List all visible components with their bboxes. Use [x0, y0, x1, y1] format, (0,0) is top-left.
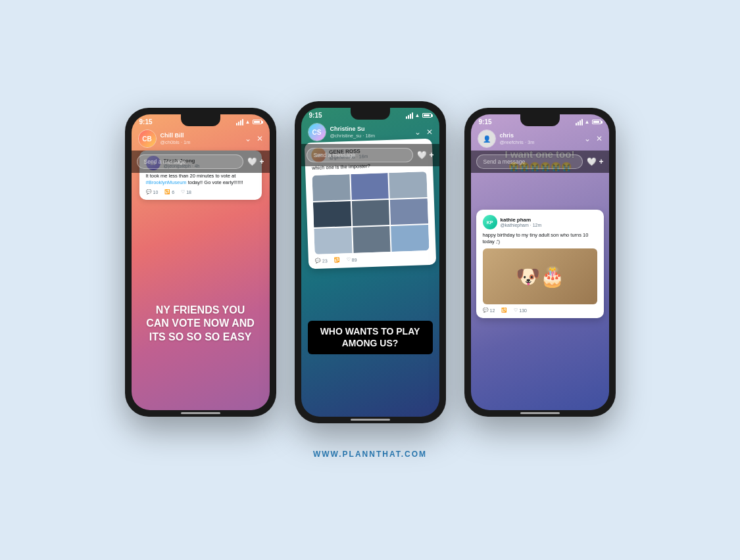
wifi-icon-3: ▲ [585, 119, 590, 125]
message-input-1[interactable]: Send a message [137, 154, 244, 169]
phone-3: 9:15 ▲ 👤 [464, 108, 616, 417]
avatar-3: 👤 [478, 129, 496, 148]
time-2: 9:15 [309, 112, 322, 119]
close-icon-2[interactable]: ✕ [426, 128, 433, 137]
username-3: chris [500, 132, 584, 139]
user-handle-2: @christine_su · 18m [330, 133, 414, 139]
tweet-retweet-1: 🔁 6 [164, 189, 174, 195]
message-actions-2: 🤍 + [417, 151, 433, 160]
message-bar-3: Send a message 🤍 + [471, 151, 609, 173]
tweet-reply-1: 💬 10 [146, 189, 159, 195]
tweet-image-grid-2 [312, 172, 429, 254]
tweet-like-1: ♡ 18 [181, 189, 191, 195]
message-input-2[interactable]: Send a message [307, 148, 414, 162]
chevron-down-icon-3[interactable]: ⌄ [584, 134, 591, 143]
status-bar-3: 9:15 ▲ [471, 114, 609, 127]
message-actions-1: 🤍 + [247, 157, 264, 166]
grid-cell-4 [312, 201, 351, 228]
status-icons-2: ▲ [406, 112, 432, 119]
tweet-actions-2: 💬 23 🔁 ♡ 89 [314, 254, 429, 264]
tweet-header-3: KP kathie pham @kathiepham · 12m [483, 215, 597, 229]
user-handle-1: @ch0bls · 1m [160, 139, 245, 145]
tweet-actions-1: 💬 10 🔁 6 ♡ 18 [146, 189, 255, 195]
home-indicator-1 [181, 412, 220, 414]
home-indicator-2 [351, 419, 390, 421]
avatar-1: CB [138, 129, 157, 148]
phone-1: 9:15 ▲ CB [125, 108, 276, 417]
plus-icon-2[interactable]: + [429, 151, 433, 160]
main-text-2: WHO WANTS TO PLAY AMONG US? [308, 321, 433, 354]
battery-icon-2 [422, 113, 432, 118]
heart-icon-3[interactable]: 🤍 [587, 157, 597, 166]
message-actions-3: 🤍 + [587, 157, 603, 166]
tweet-text-1: It took me less than 20 minutes to vote … [146, 173, 255, 186]
username-1: Chill Bill [160, 132, 245, 139]
user-info-3: chris @reefchris · 3m [500, 132, 584, 145]
close-icon-1[interactable]: ✕ [257, 134, 263, 143]
grid-cell-8 [352, 226, 390, 253]
phone-2: 9:15 ▲ CS [295, 101, 446, 423]
chevron-down-icon-2[interactable]: ⌄ [414, 128, 421, 137]
avatar-2: CS [308, 123, 326, 141]
story-header-2: CS Christine Su @christine_su · 18m ⌄ ✕ [301, 120, 439, 144]
tweet-image-3: 🐶🎂 [483, 248, 597, 304]
close-icon-3[interactable]: ✕ [596, 134, 603, 143]
user-info-2: Christine Su @christine_su · 18m [330, 126, 414, 139]
tweet-author-name-3: kathie pham [501, 217, 542, 223]
grid-cell-2 [351, 173, 389, 200]
tweet-actions-3: 💬 12 🔁 ♡ 130 [483, 308, 597, 313]
phone-3-inner: 9:15 ▲ 👤 [471, 114, 609, 410]
username-2: Christine Su [330, 126, 414, 133]
status-icons-1: ▲ [236, 119, 262, 126]
website-url: WWW.PLANNTHAT.COM [313, 450, 427, 459]
plus-icon-3[interactable]: + [599, 157, 603, 166]
home-indicator-3 [520, 412, 560, 414]
avatar-image-1: CB [139, 130, 156, 147]
grid-cell-3 [389, 172, 427, 198]
status-bar-1: 9:15 ▲ [132, 114, 270, 127]
tweet-text-3: happy birthday to my tiny adult son who … [483, 232, 597, 245]
signal-icon-3 [576, 119, 583, 126]
tweet-like-3: ♡ 130 [514, 308, 527, 313]
tweet-retweet-2: 🔁 [333, 258, 339, 263]
tweet-author-info-3: kathie pham @kathiepham · 12m [501, 217, 542, 227]
plus-icon-1[interactable]: + [259, 157, 264, 166]
story-header-3: 👤 chris @reefchris · 3m ⌄ ✕ [471, 127, 609, 151]
story-header-1: CB Chill Bill @ch0bls · 1m ⌄ ✕ [132, 127, 270, 151]
wifi-icon-2: ▲ [415, 112, 420, 118]
time-3: 9:15 [479, 118, 492, 126]
time-1: 9:15 [139, 118, 153, 126]
main-text-1: NY FRIENDS YOU CAN VOTE NOW AND ITS SO S… [132, 304, 270, 344]
message-bar-1: Send a message 🤍 + [132, 151, 270, 173]
story-actions-1: ⌄ ✕ [245, 134, 263, 143]
tweet-reply-2: 💬 23 [314, 258, 327, 264]
heart-icon-2[interactable]: 🤍 [417, 151, 427, 160]
status-icons-3: ▲ [576, 119, 601, 126]
tweet-avatar-3: KP [483, 215, 497, 229]
tweet-retweet-3: 🔁 [501, 308, 507, 313]
grid-cell-7 [314, 227, 352, 254]
heart-icon-1[interactable]: 🤍 [247, 157, 257, 166]
story-actions-3: ⌄ ✕ [584, 134, 603, 143]
dog-emoji: 🐶🎂 [516, 265, 564, 288]
phone-1-inner: 9:15 ▲ CB [132, 114, 270, 410]
message-input-3[interactable]: Send a message [476, 154, 583, 169]
user-info-1: Chill Bill @ch0bls · 1m [160, 132, 245, 145]
avatar-image-3: 👤 [478, 130, 495, 147]
battery-icon-1 [253, 120, 262, 124]
tweet-card-3: KP kathie pham @kathiepham · 12m happy b… [476, 210, 604, 318]
tweet-author-handle-3: @kathiepham · 12m [501, 223, 542, 227]
avatar-image-2: CS [308, 124, 326, 141]
user-handle-3: @reefchris · 3m [500, 139, 584, 145]
signal-icon-2 [406, 112, 413, 119]
chevron-down-icon-1[interactable]: ⌄ [245, 134, 251, 143]
grid-cell-9 [391, 225, 429, 252]
grid-cell-1 [312, 174, 350, 201]
tweet-like-2: ♡ 89 [346, 257, 357, 263]
story-actions-2: ⌄ ✕ [414, 128, 433, 137]
tweet-reply-3: 💬 12 [483, 308, 495, 313]
grid-cell-5 [351, 200, 389, 227]
status-bar-2: 9:15 ▲ [301, 108, 439, 120]
phone-2-inner: 9:15 ▲ CS [301, 108, 439, 417]
message-bar-2: Send a message 🤍 + [301, 144, 439, 166]
